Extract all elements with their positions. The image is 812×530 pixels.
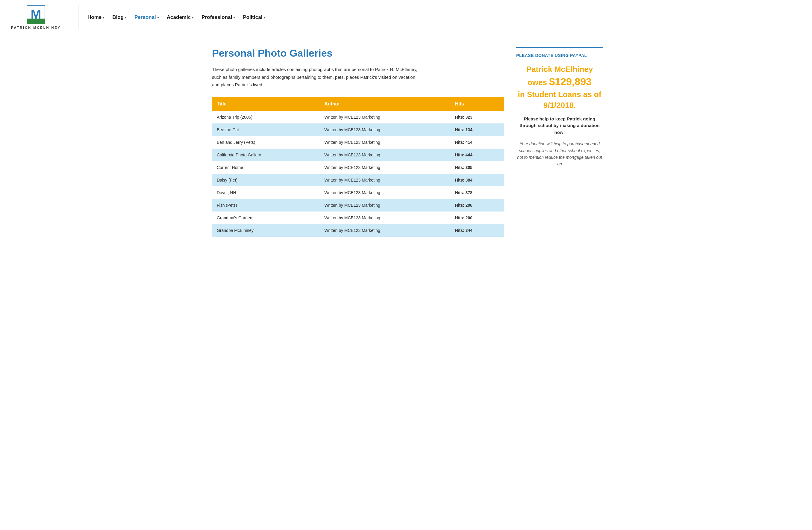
row-title: Ben and Jerry (Pets) xyxy=(212,136,319,149)
row-title: Grandma's Garden xyxy=(212,211,319,224)
nav-personal[interactable]: Personal ▾ xyxy=(131,13,162,22)
table-row[interactable]: Dover, NHWritten by MCE123 MarketingHits… xyxy=(212,186,504,199)
donate-call-to-action: Please help to keep Patrick going throug… xyxy=(516,116,603,136)
nav-blog[interactable]: Blog ▾ xyxy=(109,13,130,22)
row-hits: Hits: 134 xyxy=(450,123,504,136)
row-title: Dover, NH xyxy=(212,186,319,199)
row-hits: Hits: 384 xyxy=(450,174,504,186)
row-author: Written by MCE123 Marketing xyxy=(319,199,450,211)
donate-date: 9/1/2018 xyxy=(543,101,574,110)
donate-title: PLEASE DONATE USING PAYPAL xyxy=(516,53,603,58)
nav-professional[interactable]: Professional ▾ xyxy=(199,13,238,22)
content-area: Personal Photo Galleries These photo gal… xyxy=(212,47,504,237)
nav-blog-chevron: ▾ xyxy=(125,16,127,19)
row-title: Arizona Trip (2006) xyxy=(212,111,319,123)
row-author: Written by MCE123 Marketing xyxy=(319,149,450,161)
page-description: These photo galleries include articles c… xyxy=(212,66,422,89)
row-hits: Hits: 206 xyxy=(450,199,504,211)
row-hits: Hits: 200 xyxy=(450,211,504,224)
table-header: Title Author Hits xyxy=(212,97,504,111)
sidebar: PLEASE DONATE USING PAYPAL Patrick McElh… xyxy=(516,47,603,237)
nav-professional-label: Professional xyxy=(202,14,232,20)
donate-name: Patrick McElhiney xyxy=(526,65,593,74)
page-title: Personal Photo Galleries xyxy=(212,47,504,59)
site-header: M Patrick McElhiney Home ▾ Blog ▾ Person… xyxy=(0,0,812,36)
row-author: Written by MCE123 Marketing xyxy=(319,174,450,186)
row-hits: Hits: 305 xyxy=(450,161,504,174)
row-hits: Hits: 344 xyxy=(450,224,504,237)
donate-owes: owes xyxy=(527,78,547,87)
row-author: Written by MCE123 Marketing xyxy=(319,136,450,149)
row-author: Written by MCE123 Marketing xyxy=(319,111,450,123)
table-row[interactable]: California Photo GalleryWritten by MCE12… xyxy=(212,149,504,161)
row-title: Grandpa McElhiney xyxy=(212,224,319,237)
row-title: Fish (Pets) xyxy=(212,199,319,211)
row-author: Written by MCE123 Marketing xyxy=(319,186,450,199)
table-body: Arizona Trip (2006)Written by MCE123 Mar… xyxy=(212,111,504,237)
nav-political[interactable]: Political ▾ xyxy=(240,13,268,22)
donate-main-text: Patrick McElhiney owes $129,893 in Stude… xyxy=(516,64,603,111)
col-hits: Hits xyxy=(450,97,504,111)
row-title: California Photo Gallery xyxy=(212,149,319,161)
nav-home-label: Home xyxy=(87,14,102,20)
nav-political-chevron: ▾ xyxy=(263,16,265,19)
row-hits: Hits: 378 xyxy=(450,186,504,199)
row-author: Written by MCE123 Marketing xyxy=(319,224,450,237)
donate-text1: in Student Loans as of xyxy=(518,90,601,99)
table-row[interactable]: Ben and Jerry (Pets)Written by MCE123 Ma… xyxy=(212,136,504,149)
nav-blog-label: Blog xyxy=(112,14,124,20)
nav-home-chevron: ▾ xyxy=(103,16,104,19)
row-hits: Hits: 444 xyxy=(450,149,504,161)
table-row[interactable]: Current HomeWritten by MCE123 MarketingH… xyxy=(212,161,504,174)
table-header-row: Title Author Hits xyxy=(212,97,504,111)
nav-academic[interactable]: Academic ▾ xyxy=(164,13,197,22)
main-nav: Home ▾ Blog ▾ Personal ▾ Academic ▾ Prof… xyxy=(84,13,803,22)
row-title: Current Home xyxy=(212,161,319,174)
col-author: Author xyxy=(319,97,450,111)
nav-academic-label: Academic xyxy=(167,14,191,20)
row-author: Written by MCE123 Marketing xyxy=(319,123,450,136)
table-row[interactable]: Bee the CatWritten by MCE123 MarketingHi… xyxy=(212,123,504,136)
table-row[interactable]: Daisy (Pet)Written by MCE123 MarketingHi… xyxy=(212,174,504,186)
row-author: Written by MCE123 Marketing xyxy=(319,161,450,174)
table-row[interactable]: Grandpa McElhineyWritten by MCE123 Marke… xyxy=(212,224,504,237)
row-title: Bee the Cat xyxy=(212,123,319,136)
header-divider xyxy=(78,5,78,29)
donate-amount: $129,893 xyxy=(549,76,592,87)
logo-area[interactable]: M Patrick McElhiney xyxy=(9,5,63,29)
donate-box: PLEASE DONATE USING PAYPAL Patrick McElh… xyxy=(516,47,603,167)
donate-description: Your donation will help to purchase need… xyxy=(516,140,603,167)
row-author: Written by MCE123 Marketing xyxy=(319,211,450,224)
gallery-table: Title Author Hits Arizona Trip (2006)Wri… xyxy=(212,97,504,237)
nav-personal-chevron: ▾ xyxy=(157,16,159,19)
svg-text:M: M xyxy=(31,7,41,21)
site-logo-icon: M xyxy=(27,5,45,24)
table-row[interactable]: Fish (Pets)Written by MCE123 MarketingHi… xyxy=(212,199,504,211)
table-row[interactable]: Arizona Trip (2006)Written by MCE123 Mar… xyxy=(212,111,504,123)
nav-personal-label: Personal xyxy=(134,14,156,20)
col-title: Title xyxy=(212,97,319,111)
nav-home[interactable]: Home ▾ xyxy=(84,13,107,22)
nav-professional-chevron: ▾ xyxy=(233,16,235,19)
nav-political-label: Political xyxy=(243,14,262,20)
row-hits: Hits: 414 xyxy=(450,136,504,149)
main-wrapper: Personal Photo Galleries These photo gal… xyxy=(203,36,609,249)
site-name: Patrick McElhiney xyxy=(11,26,61,29)
table-row[interactable]: Grandma's GardenWritten by MCE123 Market… xyxy=(212,211,504,224)
donate-period: . xyxy=(574,101,576,110)
row-title: Daisy (Pet) xyxy=(212,174,319,186)
row-hits: Hits: 323 xyxy=(450,111,504,123)
nav-academic-chevron: ▾ xyxy=(192,16,194,19)
